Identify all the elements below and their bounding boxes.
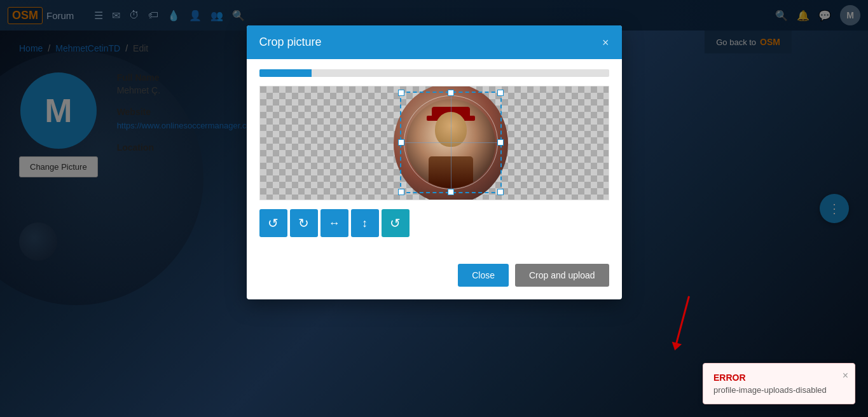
cross-lines [401, 93, 500, 192]
rotate-right-button[interactable]: ↻ [290, 209, 318, 237]
crop-toolbar: ↺ ↻ ↔ ↕ ↺ [259, 209, 609, 237]
handle-bottom-left[interactable] [398, 189, 404, 195]
modal-title: Crop picture [259, 36, 322, 49]
handle-bottom-middle[interactable] [448, 189, 454, 195]
error-title: ERROR [713, 373, 832, 383]
error-message: profile-image-uploads-disabled [713, 385, 832, 395]
handle-top-middle[interactable] [448, 90, 454, 96]
cross-horizontal [401, 142, 500, 143]
flip-horizontal-button[interactable]: ↔ [320, 209, 348, 237]
reset-button[interactable]: ↺ [382, 209, 410, 237]
handle-top-right[interactable] [497, 90, 504, 96]
handle-middle-left[interactable] [398, 139, 404, 146]
crop-selection[interactable] [400, 92, 502, 193]
modal-overlay: Crop picture × [0, 0, 868, 417]
modal-footer: Close Crop and upload [247, 256, 622, 299]
flip-vertical-button[interactable]: ↕ [351, 209, 379, 237]
cross-vertical [451, 93, 451, 192]
handle-top-left[interactable] [398, 90, 404, 96]
crop-canvas[interactable] [259, 86, 609, 200]
modal-close-button[interactable]: × [602, 37, 609, 48]
crop-modal: Crop picture × [247, 25, 622, 299]
modal-header: Crop picture × [247, 25, 622, 59]
progress-bar-fill [259, 69, 312, 77]
error-toast: ERROR profile-image-uploads-disabled × [703, 363, 855, 404]
handle-bottom-right[interactable] [497, 189, 504, 195]
modal-body: ↺ ↻ ↔ ↕ ↺ [247, 59, 622, 256]
crop-upload-button[interactable]: Crop and upload [515, 264, 609, 287]
progress-bar-container [259, 69, 609, 77]
error-close-button[interactable]: × [843, 370, 848, 381]
rotate-left-button[interactable]: ↺ [259, 209, 287, 237]
close-button[interactable]: Close [458, 264, 509, 287]
handle-middle-right[interactable] [497, 139, 504, 146]
